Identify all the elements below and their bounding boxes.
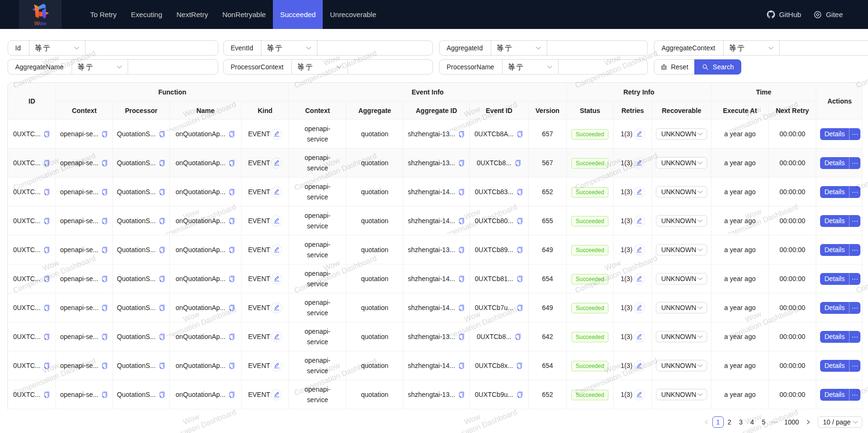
svg-text:Wow: Wow xyxy=(34,20,47,26)
